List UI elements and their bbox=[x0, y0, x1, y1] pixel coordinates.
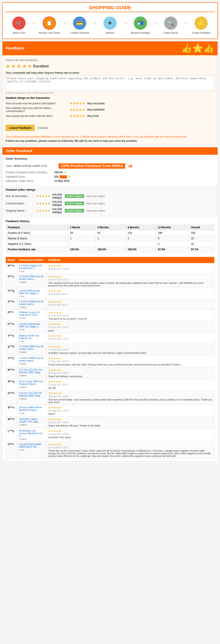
feedback-12: ★★★★★18 Aug 2017 18:33Nice!!! bbox=[46, 405, 214, 416]
buyer-4: R***i bbox=[6, 310, 17, 322]
rating-question-3: How quickly did the seller ship the item… bbox=[6, 114, 67, 118]
feedback-0: ★★★★★08 Nov 2017 15:35 bbox=[46, 263, 214, 274]
history-cell-3-5: 97.1% bbox=[189, 247, 214, 252]
feedback-11: ★★★★★24 Aug 2017 23:01The item arrived t… bbox=[46, 390, 214, 405]
transaction-11: Co2 Gun DJ CO2 Jet Machine DMX Stag...1 … bbox=[17, 390, 46, 405]
history-cell-1-0: Neutral (3 Stars) bbox=[6, 236, 68, 241]
feedback-section: Feedback 👍⭐👍 Please rate this transactio… bbox=[2, 41, 218, 145]
table-row: R***i6 Meters Long Co2 Hose jet for CO2.… bbox=[6, 310, 214, 322]
table-row: M***n10pcs/lot 1 Meter Length 3 Pin Sign… bbox=[6, 416, 214, 428]
fh-col-12months: 12 Months bbox=[156, 225, 189, 230]
feedback-5: ★★★★★20 Sep 2017 18:19good bbox=[46, 322, 214, 333]
score-label: Feedback Score: bbox=[6, 175, 54, 178]
transaction-4: 6 Meters Long Co2 Hose jet for CO2...3 L… bbox=[17, 310, 46, 322]
dsr-stars-3: ★★★★★ bbox=[36, 209, 50, 212]
step-feedback: ⭐ 5 Start Feedback bbox=[189, 16, 213, 34]
feedback-2: ★★★★★05 Oct 2017 20:12 bbox=[46, 288, 214, 299]
feedback-6: ★★★★★20 Sep 2017 03:33 bbox=[46, 333, 214, 344]
dsr-row-2: Communication : ★★★★★ 4.9 (116 ratings) … bbox=[6, 200, 214, 206]
table-row: g***G1 Pcs/lot 3500w dry ice smoke machi… bbox=[6, 344, 214, 356]
note-bold: If there are any problems, please contac… bbox=[6, 139, 214, 142]
positive-rate-row: Positive Feedback (Past 6 months): 100.0… bbox=[6, 171, 214, 174]
history-cell-1-1: 1 bbox=[68, 236, 95, 241]
dsr-badge-1: 15.84% Higher bbox=[65, 194, 84, 198]
parcel-icon: 🔍 bbox=[164, 16, 177, 30]
shopping-guide-section: SHOPPING GUIDE 🛒 Add to Cart → 📋 Receive… bbox=[2, 2, 218, 39]
feedback-1: ★★★★★06 Nov 2017 22:14The machine arrive… bbox=[46, 274, 214, 288]
feedback-body: Please rate this transaction. ★ ★ ★ ★ ★ … bbox=[2, 55, 218, 122]
rating-stars-3[interactable]: ★★★★★ bbox=[69, 114, 85, 118]
history-cell-1-3: 2 bbox=[126, 236, 156, 241]
rating-row-2: How satisfied were you with the sellers … bbox=[6, 106, 214, 113]
fh-title: Feedback History bbox=[6, 220, 214, 223]
buyer-5: K***a bbox=[6, 322, 17, 333]
buyer-12: M***n bbox=[6, 405, 17, 416]
history-cell-0-1: 28 bbox=[68, 230, 95, 236]
table-row: A***n1 Pcs/lot 3500w dry ice smoke machi… bbox=[6, 299, 214, 310]
dsr-badge-2: 16.67% Higher bbox=[65, 202, 84, 205]
delivery-icon: ✈ bbox=[103, 16, 117, 30]
bf-col-transaction: Transaction Details bbox=[17, 257, 46, 263]
table-row: M***gFour Conner DMX Fire Projector Mach… bbox=[6, 379, 214, 390]
transaction-7: 1 Pcs/lot 3500w dry ice smoke machi...1 … bbox=[17, 344, 46, 356]
transaction-1: 1 Pcs/lot 3500w dry ice smoke machi...1 … bbox=[17, 274, 46, 288]
star-1[interactable]: ★ bbox=[6, 64, 10, 69]
history-cell-0-4: 188 bbox=[156, 230, 189, 236]
detailed-ratings-title: Detailed ratings on this transaction bbox=[6, 96, 214, 100]
star-4[interactable]: ★ bbox=[22, 64, 27, 69]
dsr-than-3: than other sellers bbox=[86, 210, 105, 212]
buyer-9: M***n bbox=[6, 367, 17, 379]
leave-feedback-button[interactable]: Leave Feedback bbox=[6, 125, 35, 131]
history-cell-0-0: Positive (4-5 Stars) bbox=[6, 230, 68, 236]
score-row: Feedback Score: 325 ████ ✔ bbox=[6, 175, 214, 178]
rating-stars-1[interactable]: ★★★★★ bbox=[69, 101, 85, 106]
history-cell-2-3: - bbox=[126, 241, 156, 247]
step-label-order: Receive Your Order bbox=[39, 32, 60, 34]
star-2[interactable]: ★ bbox=[11, 64, 16, 69]
dsr-row-3: Shipping Speed : ★★★★★ 4.9 (116 ratings)… bbox=[6, 208, 214, 214]
history-cell-2-1: - bbox=[68, 241, 95, 247]
step-delivery: ✈ Delivery bbox=[98, 16, 122, 34]
seller-feedback-header: Seller Feedback bbox=[2, 147, 218, 155]
bf-col-buyer: Buyer bbox=[6, 257, 17, 263]
arrow-banner-icon: ➔ bbox=[127, 162, 133, 170]
main-stars-row[interactable]: ★ ★ ★ ★ ★ Excellent bbox=[6, 64, 214, 69]
step-label-feedback: 5 Start Feedback bbox=[192, 32, 210, 34]
star-3[interactable]: ★ bbox=[17, 64, 21, 69]
feedback-history: Feedback History Feedback 1 Month 3 Mont… bbox=[2, 217, 218, 254]
buyer-8: V***y bbox=[6, 356, 17, 367]
detailed-seller-ratings: Detailed seller ratings Item as Describe… bbox=[2, 186, 218, 217]
history-cell-3-1: 100.0% bbox=[68, 247, 95, 252]
table-row: G***r2 pcs/lot High quality 200W Warm Wh… bbox=[6, 442, 214, 458]
seller-name-row: Seller: MOKA STAGE LIGHT & FX 100% Posit… bbox=[6, 162, 214, 170]
step-label-cart: Add to Cart bbox=[13, 32, 25, 34]
buyer-11: G***n bbox=[6, 390, 17, 405]
score-value: 325 bbox=[54, 175, 58, 178]
history-cell-0-2: 62 bbox=[95, 230, 126, 236]
excellent-label: Excellent bbox=[33, 64, 49, 68]
dsr-row-1: Item as Described : ★★★★★ 4.9 (116 ratin… bbox=[6, 193, 214, 199]
feedback-header: Feedback 👍⭐👍 bbox=[2, 42, 218, 55]
star-5[interactable]: ★ bbox=[28, 64, 32, 69]
arrow-3: → bbox=[93, 21, 97, 26]
check-icon-1: ✔ bbox=[64, 171, 67, 174]
table-row: S***u1 Pcs/lot 3500w dry ice smoke machi… bbox=[6, 274, 214, 288]
dsr-score-1: 4.9 (116 ratings) bbox=[52, 193, 63, 199]
dsr-than-1: than other sellers bbox=[86, 195, 105, 198]
positive-value: 100.0% bbox=[54, 171, 63, 174]
arrow-4: → bbox=[123, 21, 127, 26]
buyer-10: M***g bbox=[6, 379, 17, 390]
since-label: AliExpress Seller Since: bbox=[6, 180, 54, 182]
seller-summary: Seller Summary Seller: MOKA STAGE LIGHT … bbox=[2, 155, 218, 186]
history-cell-2-2: - bbox=[95, 241, 126, 247]
comments-textarea[interactable] bbox=[6, 76, 214, 91]
history-cell-2-5: 10 bbox=[189, 241, 214, 247]
cancel-button[interactable]: | Cancel bbox=[37, 126, 47, 130]
rating-stars-2[interactable]: ★★★★★ bbox=[69, 108, 85, 112]
dsr-score-3: 4.9 (116 ratings) bbox=[52, 208, 63, 214]
buyer-table: Buyer Transaction Details Feedback M***a… bbox=[6, 257, 214, 458]
transaction-13: 10pcs/lot 1 Meter Length 3 Pin Sign...1 … bbox=[17, 416, 46, 428]
feedback-4: ★★★★★22 Sep 2017 18:13They got it to me … bbox=[46, 310, 214, 322]
step-check-parcel: 🔍 Check Parcel bbox=[159, 16, 183, 34]
fh-col-feedback: Feedback bbox=[6, 225, 68, 230]
